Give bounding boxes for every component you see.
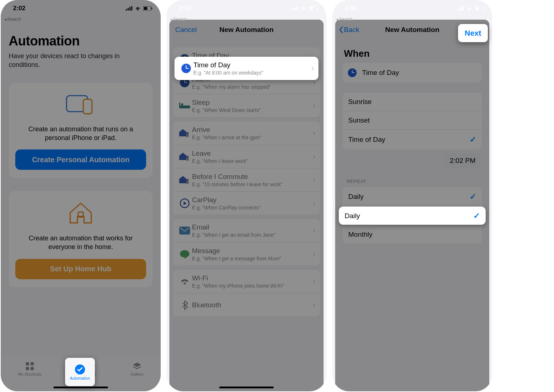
- wifi-icon: [135, 6, 141, 11]
- repeat-section-label: REPEAT: [339, 168, 486, 187]
- screenshot-1: 2:02 ◂ Search Automation Have your devic…: [1, 0, 161, 391]
- home-icon: [68, 202, 93, 226]
- breadcrumb[interactable]: ◂ Search: [1, 17, 161, 24]
- home-automation-card: Create an automation that works for ever…: [9, 191, 153, 287]
- battery-icon: [143, 6, 153, 11]
- cellular-icon: [457, 6, 464, 11]
- trigger-row-arrive[interactable]: ArriveE.g. "When I arrive at the gym"›: [173, 121, 320, 145]
- option-label: Sunrise: [348, 98, 372, 106]
- svg-point-30: [186, 179, 189, 181]
- status-icons: [292, 6, 318, 11]
- breadcrumb-label: Search: [339, 17, 353, 22]
- time-option-sunset[interactable]: Sunset: [342, 111, 482, 129]
- next-label: Next: [465, 29, 481, 37]
- option-label: Time of Day: [348, 136, 385, 144]
- when-row[interactable]: Time of Day: [342, 63, 482, 83]
- breadcrumb[interactable]: ◂ Search: [166, 17, 326, 24]
- chevron-right-icon: ›: [312, 64, 314, 73]
- chevron-right-icon: ›: [313, 199, 316, 208]
- home-indicator[interactable]: [53, 387, 108, 388]
- svg-rect-3: [131, 6, 132, 11]
- option-label: Daily: [345, 212, 360, 220]
- personal-automation-text: Create an automation that runs on a pers…: [15, 125, 146, 143]
- cellular-icon: [292, 6, 298, 11]
- highlight-time-of-day-row[interactable]: Time of Day E.g. "At 8:00 am on weekdays…: [174, 57, 318, 80]
- chevron-right-icon: ›: [313, 175, 316, 185]
- message-icon: [177, 249, 192, 259]
- clock-icon: [179, 63, 193, 73]
- svg-rect-8: [83, 99, 92, 114]
- trigger-row-sleep[interactable]: SleepE.g. "When Wind Down starts"›: [173, 94, 320, 117]
- back-button[interactable]: Back: [339, 26, 359, 34]
- row-subtitle: E.g. "When my alarm has stopped": [192, 84, 313, 90]
- repeat-option-monthly[interactable]: Monthly: [342, 225, 482, 244]
- svg-rect-0: [126, 9, 127, 11]
- tab-label: Gallery: [131, 372, 144, 376]
- trigger-row-bluetooth[interactable]: Bluetooth›: [173, 293, 320, 316]
- devices-icon: [65, 93, 96, 117]
- svg-point-28: [186, 132, 189, 134]
- highlight-automation-tab[interactable]: Automation: [65, 358, 95, 386]
- wifi-icon: [466, 6, 473, 11]
- svg-point-29: [186, 156, 189, 158]
- highlight-daily-row[interactable]: Daily ✓: [339, 207, 486, 225]
- row-title: Arrive: [192, 126, 313, 134]
- modal-sheet: Back New Automation Next When Time of Da…: [335, 20, 489, 391]
- svg-rect-19: [297, 6, 298, 11]
- cancel-button[interactable]: Cancel: [175, 26, 197, 34]
- svg-rect-21: [310, 7, 313, 10]
- svg-rect-6: [152, 8, 152, 9]
- status-time: 2:02: [13, 5, 25, 12]
- trigger-row-email[interactable]: EmailE.g. "When I get an email from Jane…: [173, 219, 320, 242]
- sheet-title: New Automation: [385, 26, 439, 34]
- svg-rect-18: [295, 7, 296, 11]
- tab-my-shortcuts[interactable]: My Shortcuts: [18, 361, 41, 376]
- row-subtitle: E.g. "When Wind Down starts": [192, 107, 313, 113]
- option-label: Sunset: [348, 116, 370, 124]
- status-bar: 2:02: [332, 0, 492, 17]
- svg-rect-12: [26, 367, 29, 370]
- chevron-right-icon: ›: [313, 226, 316, 235]
- time-option-time-of-day[interactable]: Time of Day✓: [342, 129, 482, 149]
- chevron-left-icon: ◂: [4, 17, 7, 22]
- repeat-option-daily[interactable]: Daily✓: [342, 187, 482, 207]
- checkmark-icon: ✓: [470, 135, 476, 144]
- option-label: Monthly: [348, 231, 373, 239]
- svg-rect-32: [179, 227, 190, 235]
- trigger-row-leave[interactable]: LeaveE.g. "When I leave work"›: [173, 145, 320, 168]
- battery-icon: [475, 6, 484, 11]
- trigger-row-message[interactable]: MessageE.g. "When I get a message from M…: [173, 242, 320, 265]
- page-subtitle: Have your devices react to changes in co…: [9, 52, 153, 69]
- back-label: Back: [344, 26, 359, 34]
- mail-icon: [177, 227, 192, 235]
- row-title: Time of Day: [193, 61, 312, 69]
- row-subtitle: E.g. "When my iPhone joins home Wi-Fi": [192, 283, 313, 289]
- highlight-next-button[interactable]: Next: [458, 24, 488, 42]
- status-icons: [126, 6, 153, 11]
- trigger-row-wi-fi[interactable]: Wi-FiE.g. "When my iPhone joins home Wi-…: [173, 270, 320, 293]
- svg-rect-11: [31, 362, 34, 365]
- row-subtitle: E.g. "When I get a message from Mum": [192, 256, 313, 261]
- tab-gallery[interactable]: Gallery: [131, 361, 144, 376]
- time-value-chip[interactable]: 2:02 PM: [339, 149, 486, 168]
- row-subtitle: E.g. "At 8:00 am on weekdays": [193, 70, 312, 76]
- home-indicator[interactable]: [219, 387, 274, 388]
- row-subtitle: E.g. "When CarPlay connects": [192, 205, 313, 211]
- cellular-icon: [126, 6, 132, 11]
- chevron-right-icon: ›: [313, 300, 316, 310]
- sheet-title: New Automation: [219, 26, 273, 34]
- row-title: CarPlay: [192, 196, 313, 204]
- svg-rect-25: [179, 105, 190, 108]
- layers-icon: [132, 361, 142, 371]
- status-icons: [457, 6, 484, 11]
- row-title: Leave: [192, 149, 313, 157]
- house-person-icon: [177, 128, 192, 138]
- time-option-sunrise[interactable]: Sunrise: [342, 93, 482, 111]
- trigger-row-carplay[interactable]: CarPlayE.g. "When CarPlay connects"›: [173, 191, 320, 215]
- trigger-row-before-i-commute[interactable]: Before I CommuteE.g. "15 minutes before …: [173, 168, 320, 191]
- setup-home-hub-button[interactable]: Set Up Home Hub: [15, 259, 146, 279]
- breadcrumb[interactable]: ◂ Search: [332, 17, 492, 24]
- status-bar: 2:02: [166, 0, 326, 17]
- screenshot-3: 2:02 ◂ Search Back New Automation Next W…: [332, 0, 492, 391]
- create-personal-automation-button[interactable]: Create Personal Automation: [15, 149, 146, 170]
